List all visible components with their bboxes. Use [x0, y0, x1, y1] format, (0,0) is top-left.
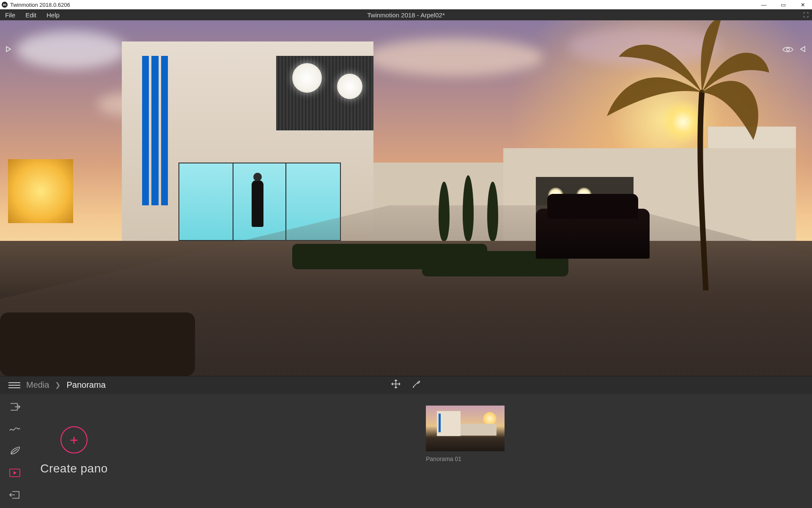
window-close-button[interactable]: ✕ [795, 2, 810, 8]
back-triangle-icon[interactable] [799, 46, 806, 55]
render-car [536, 209, 650, 259]
eyedropper-icon[interactable] [412, 379, 421, 392]
app-menubar: File Edit Help Twinmotion 2018 - Arpel02… [0, 9, 812, 20]
move-icon[interactable] [391, 379, 401, 392]
create-pano-area: + Create pano [30, 394, 118, 508]
render-decor [142, 56, 168, 205]
window-maximize-button[interactable]: ▭ [776, 2, 791, 8]
menu-file[interactable]: File [0, 9, 20, 20]
render-window [292, 63, 322, 93]
hamburger-icon[interactable] [8, 381, 20, 390]
svg-point-0 [787, 48, 790, 51]
render-hedge [0, 312, 195, 376]
import-icon[interactable] [8, 401, 21, 412]
render-cloud [568, 28, 721, 66]
menu-edit[interactable]: Edit [20, 9, 41, 20]
pano-list: Panorama 01 [118, 394, 812, 508]
render-cloud [365, 38, 543, 76]
create-pano-label: Create pano [40, 462, 108, 475]
viewport-3d[interactable] [0, 20, 812, 376]
leaf-icon[interactable] [8, 445, 21, 456]
render-window [8, 159, 73, 223]
media-icon[interactable] [8, 467, 21, 478]
fullscreen-icon[interactable]: ⛶ [803, 12, 809, 18]
render-sun [660, 99, 706, 145]
pano-thumbnail [426, 406, 505, 451]
render-window [337, 74, 362, 99]
document-title: Twinmotion 2018 - Arpel02* [367, 11, 444, 19]
render-cloud [16, 31, 126, 69]
breadcrumb-bar: Media ❯ Panorama [0, 376, 812, 394]
breadcrumb-root[interactable]: Media [26, 380, 49, 390]
pano-item-label: Panorama 01 [426, 456, 505, 462]
export-icon[interactable] [8, 489, 21, 500]
os-titlebar: m Twinmotion 2018.0.6206 — ▭ ✕ [0, 0, 812, 9]
chevron-right-icon: ❯ [55, 381, 60, 389]
create-pano-button[interactable]: + [60, 426, 88, 453]
app-logo-icon: m [2, 2, 8, 8]
dock-rail [0, 394, 30, 508]
breadcrumb-current: Panorama [66, 380, 105, 390]
menu-help[interactable]: Help [41, 9, 65, 20]
play-icon[interactable] [5, 46, 12, 55]
bottom-dock: + Create pano Panorama 01 [0, 394, 812, 508]
pano-item[interactable]: Panorama 01 [426, 406, 505, 462]
window-minimize-button[interactable]: — [756, 2, 771, 8]
terrain-icon[interactable] [8, 423, 21, 434]
render-character [252, 180, 263, 227]
eye-icon[interactable] [782, 46, 793, 55]
app-title: Twinmotion 2018.0.6206 [10, 2, 70, 8]
